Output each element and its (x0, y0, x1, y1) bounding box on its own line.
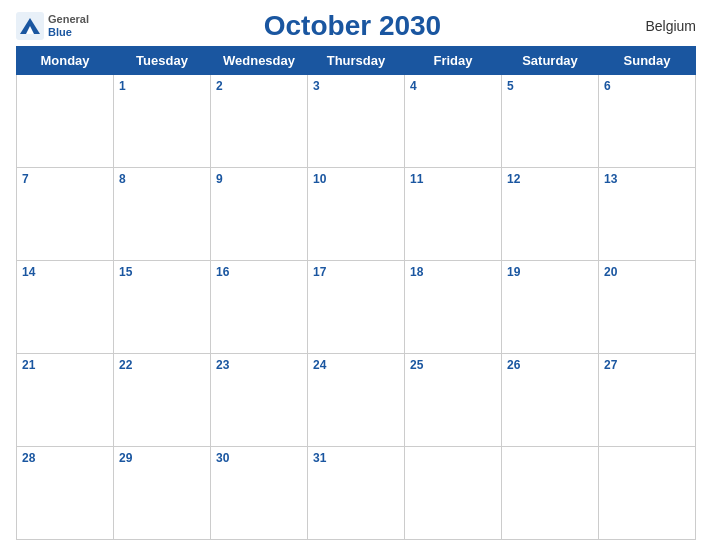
week-row-1: 123456 (17, 75, 696, 168)
day-number: 22 (119, 358, 205, 372)
day-cell-16: 16 (211, 261, 308, 354)
week-row-2: 78910111213 (17, 168, 696, 261)
calendar-title: October 2030 (89, 10, 616, 42)
day-cell-6: 6 (599, 75, 696, 168)
calendar-table: MondayTuesdayWednesdayThursdayFridaySatu… (16, 46, 696, 540)
day-number: 9 (216, 172, 302, 186)
day-number: 4 (410, 79, 496, 93)
day-number: 5 (507, 79, 593, 93)
day-cell-5: 5 (502, 75, 599, 168)
day-number: 2 (216, 79, 302, 93)
col-header-friday: Friday (405, 47, 502, 75)
day-cell-23: 23 (211, 354, 308, 447)
day-cell-25: 25 (405, 354, 502, 447)
day-number: 31 (313, 451, 399, 465)
day-number: 8 (119, 172, 205, 186)
day-cell-11: 11 (405, 168, 502, 261)
day-cell-18: 18 (405, 261, 502, 354)
day-number: 28 (22, 451, 108, 465)
day-number: 25 (410, 358, 496, 372)
day-cell-20: 20 (599, 261, 696, 354)
empty-cell (599, 447, 696, 540)
day-cell-22: 22 (114, 354, 211, 447)
day-cell-8: 8 (114, 168, 211, 261)
day-number: 15 (119, 265, 205, 279)
day-number: 17 (313, 265, 399, 279)
empty-cell (405, 447, 502, 540)
day-number: 14 (22, 265, 108, 279)
day-cell-31: 31 (308, 447, 405, 540)
day-cell-9: 9 (211, 168, 308, 261)
day-number: 3 (313, 79, 399, 93)
day-cell-19: 19 (502, 261, 599, 354)
generalblue-logo-icon (16, 12, 44, 40)
day-number: 23 (216, 358, 302, 372)
day-cell-28: 28 (17, 447, 114, 540)
day-cell-30: 30 (211, 447, 308, 540)
day-number: 13 (604, 172, 690, 186)
empty-cell (17, 75, 114, 168)
day-cell-2: 2 (211, 75, 308, 168)
week-row-4: 21222324252627 (17, 354, 696, 447)
day-number: 30 (216, 451, 302, 465)
day-cell-7: 7 (17, 168, 114, 261)
day-cell-27: 27 (599, 354, 696, 447)
day-cell-24: 24 (308, 354, 405, 447)
day-number: 10 (313, 172, 399, 186)
day-cell-4: 4 (405, 75, 502, 168)
day-number: 16 (216, 265, 302, 279)
col-header-thursday: Thursday (308, 47, 405, 75)
logo-blue: Blue (48, 26, 89, 39)
logo: General Blue (16, 12, 89, 40)
day-cell-21: 21 (17, 354, 114, 447)
day-number: 29 (119, 451, 205, 465)
day-header-row: MondayTuesdayWednesdayThursdayFridaySatu… (17, 47, 696, 75)
day-cell-13: 13 (599, 168, 696, 261)
col-header-monday: Monday (17, 47, 114, 75)
day-number: 1 (119, 79, 205, 93)
col-header-sunday: Sunday (599, 47, 696, 75)
day-number: 18 (410, 265, 496, 279)
day-cell-26: 26 (502, 354, 599, 447)
day-number: 21 (22, 358, 108, 372)
day-number: 11 (410, 172, 496, 186)
day-cell-14: 14 (17, 261, 114, 354)
country-label: Belgium (616, 18, 696, 34)
logo-general: General (48, 13, 89, 26)
day-number: 27 (604, 358, 690, 372)
day-cell-10: 10 (308, 168, 405, 261)
day-number: 12 (507, 172, 593, 186)
day-number: 6 (604, 79, 690, 93)
day-number: 19 (507, 265, 593, 279)
day-cell-1: 1 (114, 75, 211, 168)
day-number: 7 (22, 172, 108, 186)
day-number: 26 (507, 358, 593, 372)
day-number: 24 (313, 358, 399, 372)
logo-text: General Blue (48, 13, 89, 39)
day-number: 20 (604, 265, 690, 279)
empty-cell (502, 447, 599, 540)
day-cell-3: 3 (308, 75, 405, 168)
col-header-saturday: Saturday (502, 47, 599, 75)
week-row-3: 14151617181920 (17, 261, 696, 354)
day-cell-15: 15 (114, 261, 211, 354)
day-cell-12: 12 (502, 168, 599, 261)
col-header-tuesday: Tuesday (114, 47, 211, 75)
day-cell-17: 17 (308, 261, 405, 354)
col-header-wednesday: Wednesday (211, 47, 308, 75)
top-bar: General Blue October 2030 Belgium (16, 10, 696, 42)
day-cell-29: 29 (114, 447, 211, 540)
week-row-5: 28293031 (17, 447, 696, 540)
